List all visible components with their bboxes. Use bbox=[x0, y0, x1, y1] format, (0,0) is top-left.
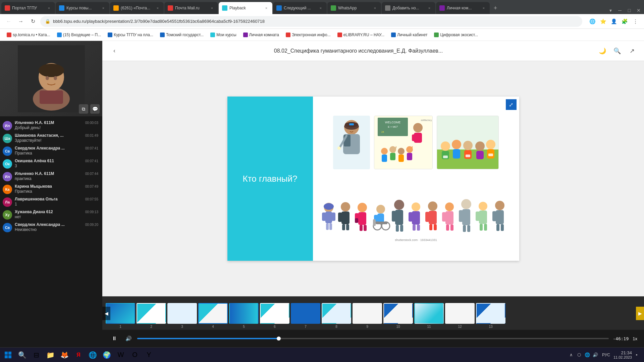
thumbnail-2[interactable]: 2 bbox=[137, 303, 166, 324]
tab-close-mail-yandex[interactable]: × bbox=[155, 5, 160, 11]
msg-text-4: 3 bbox=[15, 164, 98, 168]
profile-button[interactable]: 👤 bbox=[609, 17, 619, 26]
taskbar-search-button[interactable]: 🔍 bbox=[15, 348, 29, 362]
theme-toggle-button[interactable]: 🌙 bbox=[597, 46, 608, 56]
thumbnail-6[interactable]: 6 bbox=[260, 303, 289, 324]
taskbar-clock[interactable]: 21:34 11.02.2023 bbox=[613, 350, 632, 359]
tab-close-add[interactable]: × bbox=[427, 5, 432, 11]
tab-list-button[interactable]: ▾ bbox=[606, 8, 614, 13]
tab-title-portal: Портал ТГПУ bbox=[12, 6, 44, 10]
taskbar-word-button[interactable]: W bbox=[114, 348, 127, 362]
taskbar-yandex-button[interactable]: Я bbox=[72, 348, 85, 362]
slide-area: ⤢ Кто главный? bbox=[102, 61, 644, 296]
pause-button[interactable]: ⏸ bbox=[109, 333, 120, 344]
bookmark-button[interactable]: ⭐ bbox=[598, 17, 608, 26]
show-desktop-button[interactable]: ▪ bbox=[633, 352, 640, 358]
tab-mail-ru[interactable]: Почта Mail.ru × bbox=[164, 2, 218, 14]
volume-sys-icon[interactable]: 🔊 bbox=[592, 352, 599, 358]
bookmark-courses-tspu[interactable]: Курсы ТГПУ на пла... bbox=[105, 31, 156, 39]
thumbnail-3[interactable]: 3 bbox=[167, 303, 197, 324]
taskbar-yandex2-button[interactable]: Y bbox=[142, 348, 156, 362]
svg-rect-124 bbox=[5, 355, 8, 358]
thumbnail-10[interactable]: 10 bbox=[383, 303, 413, 324]
progress-bar[interactable] bbox=[137, 338, 609, 339]
bookmark-inbox[interactable]: (15) Входящие – П... bbox=[54, 31, 104, 39]
tab-mail-yandex[interactable]: (6261) «Почта... × bbox=[110, 2, 164, 14]
thumbnail-13[interactable]: 13 bbox=[476, 303, 505, 324]
menu-button[interactable]: ⋮ bbox=[631, 17, 640, 26]
refresh-button[interactable]: ↻ bbox=[28, 17, 38, 26]
strip-scroll-left[interactable]: ◀ bbox=[102, 307, 110, 320]
taskbar-chrome-button[interactable]: 🌐 bbox=[86, 348, 99, 362]
avatar-khuzhaeva: Ху bbox=[3, 210, 12, 220]
hidden-icons-button[interactable]: ∧ bbox=[568, 352, 575, 358]
copy-action-btn[interactable]: ⧉ bbox=[79, 104, 88, 114]
taskbar-start-button[interactable] bbox=[1, 348, 15, 362]
share-button[interactable]: ↗ bbox=[627, 46, 637, 56]
svg-point-47 bbox=[486, 140, 495, 149]
tab-close-courses[interactable]: × bbox=[101, 5, 106, 11]
taskbar-opera-button[interactable]: O bbox=[128, 348, 142, 362]
tab-add-new[interactable]: Добавить но... × bbox=[382, 2, 435, 14]
translate-button[interactable]: 🌐 bbox=[588, 17, 597, 26]
thumbnail-8[interactable]: 8 bbox=[322, 303, 351, 324]
bookmark-my-courses[interactable]: Мои курсы bbox=[208, 31, 239, 39]
tab-personal[interactable]: Личная ком... × bbox=[436, 2, 490, 14]
msg-time-9: 00:09:20 bbox=[85, 223, 98, 227]
strip-scroll-right[interactable]: ▶ bbox=[636, 307, 644, 320]
extensions-button[interactable]: 🧩 bbox=[620, 17, 629, 26]
volume-button[interactable]: 🔊 bbox=[124, 334, 133, 343]
thumbnail-9[interactable]: 9 bbox=[353, 303, 382, 324]
thumbnail-strip[interactable]: ◀ 1 2 3 4 5 6 bbox=[102, 296, 644, 330]
taskbar-firefox-button[interactable]: 🦊 bbox=[58, 348, 71, 362]
new-tab-button[interactable]: + bbox=[490, 3, 500, 13]
tab-close-personal[interactable]: × bbox=[481, 5, 486, 11]
thumb-num-2: 2 bbox=[150, 325, 152, 328]
bookmark-cabinet[interactable]: Личный кабинет bbox=[388, 31, 430, 39]
address-bar[interactable]: 🔒 bbb6.tspu.edu.ru/playback/presentation… bbox=[40, 16, 582, 27]
bookmark-personal-room[interactable]: Личная комната bbox=[240, 31, 282, 39]
bookmark-sp[interactable]: sp.tomica.ru • Ката... bbox=[4, 31, 53, 39]
forward-button[interactable]: → bbox=[16, 17, 25, 26]
search-presentation-button[interactable]: 🔍 bbox=[612, 46, 623, 56]
taskbar-explorer-button[interactable]: 📁 bbox=[44, 348, 57, 362]
tab-close-mail-ru[interactable]: × bbox=[209, 5, 215, 11]
thumbnail-7[interactable]: 7 bbox=[291, 303, 320, 324]
bookmark-tomsk[interactable]: Томский государст... bbox=[157, 31, 206, 39]
tab-whatsapp[interactable]: WhatsApp × bbox=[327, 2, 381, 14]
taskbar-task-view-button[interactable]: ⊟ bbox=[30, 348, 43, 362]
taskbar-yabrowser-button[interactable]: 🌍 bbox=[100, 348, 113, 362]
back-to-list-button[interactable]: ‹ bbox=[109, 46, 120, 56]
thumbnail-12[interactable]: 12 bbox=[445, 303, 475, 324]
tab-close-whatsapp[interactable]: × bbox=[372, 5, 378, 11]
tab-playback[interactable]: Playback × bbox=[219, 2, 272, 14]
svg-rect-108 bbox=[463, 225, 466, 232]
tab-vk[interactable]: Следующий ... × bbox=[273, 2, 327, 14]
network-icon[interactable]: 🌐 bbox=[584, 352, 591, 358]
bookmark-elib[interactable]: Электронная инфо... bbox=[283, 31, 333, 39]
tab-close-vk[interactable]: × bbox=[318, 5, 323, 11]
chat-message-5: Ил Ильченко Н.А. 611М 00:07:44 практика bbox=[0, 170, 102, 183]
bluetooth-icon[interactable]: ⬡ bbox=[576, 352, 583, 358]
fullscreen-button[interactable]: ⤢ bbox=[506, 99, 517, 110]
bookmark-elibrary[interactable]: eLIBRARY.RU – НАУ... bbox=[335, 31, 387, 39]
svg-rect-96 bbox=[429, 224, 432, 230]
minimize-button[interactable]: ─ bbox=[616, 8, 624, 13]
thumbnail-11[interactable]: 11 bbox=[414, 303, 444, 324]
back-button[interactable]: ← bbox=[4, 17, 13, 26]
chat-action-btn[interactable]: 💬 bbox=[90, 104, 100, 114]
language-indicator[interactable]: РУС bbox=[600, 353, 612, 357]
thumbnail-4[interactable]: 4 bbox=[198, 303, 228, 324]
maximize-button[interactable]: □ bbox=[625, 8, 633, 13]
tab-courses[interactable]: Курсы повы... × bbox=[56, 2, 109, 14]
thumb-num-1: 1 bbox=[119, 325, 121, 328]
tab-portal[interactable]: Портал ТГПУ × bbox=[1, 2, 55, 14]
bookmark-digital[interactable]: Цифровая экосист... bbox=[431, 31, 481, 39]
close-window-button[interactable]: ✕ bbox=[635, 8, 643, 13]
tab-close-portal[interactable]: × bbox=[46, 5, 52, 11]
thumbnail-5[interactable]: 5 bbox=[229, 303, 259, 324]
tab-close-playback[interactable]: × bbox=[264, 5, 269, 11]
chat-messages[interactable]: Ил Ильченко Н.А. 611М 00:00:03 Добрый де… bbox=[0, 116, 102, 347]
tab-title-mail-yandex: (6261) «Почта... bbox=[121, 6, 153, 10]
svg-text:E = MC²: E = MC² bbox=[388, 125, 398, 128]
